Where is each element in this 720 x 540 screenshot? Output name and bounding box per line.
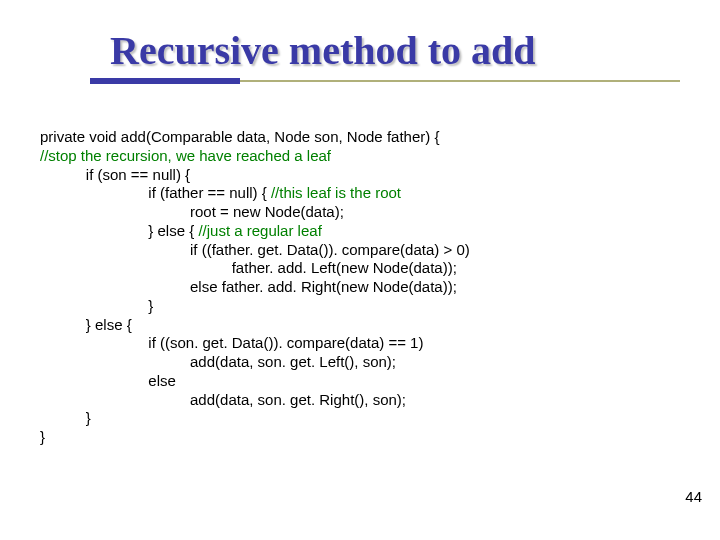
code-line: if ((son. get. Data()). compare(data) ==… xyxy=(40,334,423,351)
code-block: private void add(Comparable data, Node s… xyxy=(40,128,680,447)
code-line: } xyxy=(40,428,45,445)
code-line: if ((father. get. Data()). compare(data)… xyxy=(40,241,470,258)
code-line: } xyxy=(40,297,153,314)
code-line: root = new Node(data); xyxy=(40,203,344,220)
title-block: Recursive method to add xyxy=(50,30,670,84)
code-comment: //stop the recursion, we have reached a … xyxy=(40,147,331,164)
slide-title: Recursive method to add xyxy=(110,30,670,72)
code-line: if (son == null) { xyxy=(40,166,190,183)
code-line: else xyxy=(40,372,176,389)
code-line: else father. add. Right(new Node(data)); xyxy=(40,278,457,295)
code-line: add(data, son. get. Left(), son); xyxy=(40,353,396,370)
code-line: private void add(Comparable data, Node s… xyxy=(40,128,439,145)
title-underline xyxy=(90,78,680,84)
page-number: 44 xyxy=(685,488,702,505)
code-line: } xyxy=(40,409,91,426)
code-line: } else { xyxy=(40,222,198,239)
code-line: if (father == null) { xyxy=(40,184,271,201)
code-comment: //just a regular leaf xyxy=(198,222,321,239)
code-line: } else { xyxy=(40,316,132,333)
code-line: father. add. Left(new Node(data)); xyxy=(40,259,457,276)
slide: Recursive method to add private void add… xyxy=(0,0,720,540)
code-line: add(data, son. get. Right(), son); xyxy=(40,391,406,408)
code-comment: //this leaf is the root xyxy=(271,184,401,201)
underline-short xyxy=(90,78,240,84)
